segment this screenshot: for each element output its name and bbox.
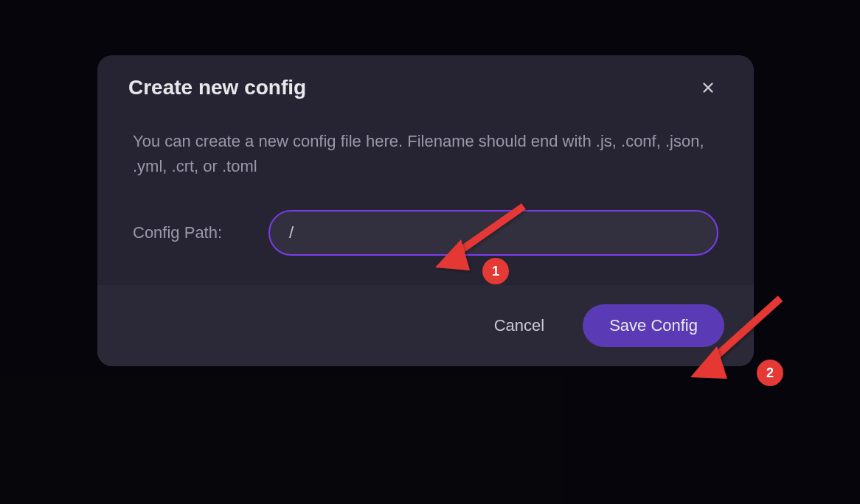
cancel-button[interactable]: Cancel [476, 306, 562, 346]
config-path-label: Config Path: [133, 223, 251, 242]
close-icon[interactable] [698, 77, 718, 98]
config-path-input[interactable] [268, 210, 718, 256]
modal-body: You can create a new config file here. F… [97, 114, 754, 285]
config-path-row: Config Path: [133, 210, 718, 256]
create-config-modal: Create new config You can create a new c… [97, 55, 754, 366]
input-wrapper [268, 210, 718, 256]
modal-title: Create new config [128, 76, 306, 99]
modal-footer: Cancel Save Config [97, 285, 754, 366]
save-config-button[interactable]: Save Config [583, 304, 724, 347]
modal-header: Create new config [97, 55, 754, 114]
modal-description: You can create a new config file here. F… [133, 129, 718, 179]
